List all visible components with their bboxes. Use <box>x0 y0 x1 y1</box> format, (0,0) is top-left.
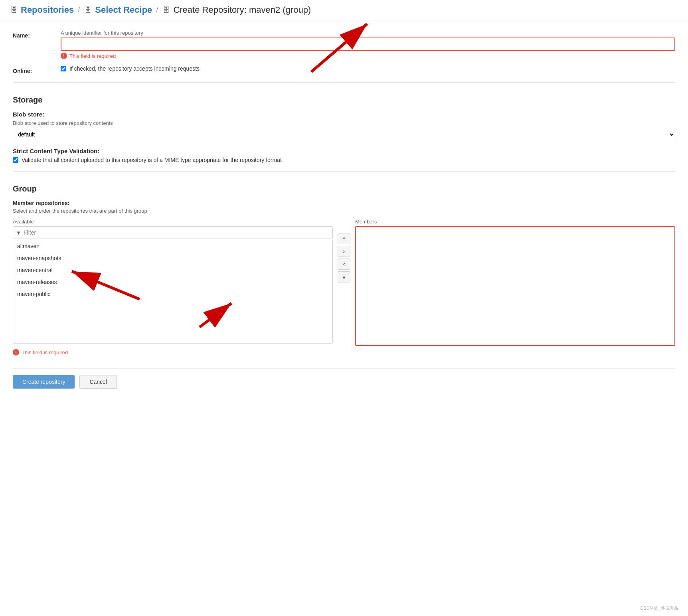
breadcrumb-sep2: / <box>156 6 158 14</box>
strict-checkbox-row: Validate that all content uploaded to th… <box>13 157 675 163</box>
online-hint: If checked, the repository accepts incom… <box>69 65 200 72</box>
filter-wrap: ▼ <box>13 226 333 239</box>
group-heading: Group <box>13 181 675 193</box>
breadcrumb-recipe-link[interactable]: Select Recipe <box>95 5 152 15</box>
list-item[interactable]: maven-public <box>13 288 332 300</box>
name-error-icon: ! <box>61 53 67 59</box>
group-section: Member repositories: Select and order th… <box>13 200 675 355</box>
divider-2 <box>13 171 675 172</box>
members-list[interactable] <box>355 226 675 346</box>
name-row: Name: A unique identifier for this repos… <box>13 30 675 59</box>
move-buttons: ^ > < v <box>338 219 350 282</box>
repos-members-col: Members <box>355 219 675 346</box>
breadcrumb-bar: 🗄 Repositories / 🗄 Select Recipe / 🗄 Cre… <box>0 0 688 20</box>
member-repos-label: Member repositories: <box>13 200 675 206</box>
members-error-text: This field is required <box>22 349 68 355</box>
filter-icon: ▼ <box>16 230 21 236</box>
filter-input[interactable] <box>13 226 333 239</box>
available-list[interactable]: alimaven maven-snapshots maven-central m… <box>13 240 333 344</box>
online-field-wrap: If checked, the repository accepts incom… <box>61 65 675 72</box>
members-error-msg: ! This field is required <box>13 349 675 355</box>
storage-heading: Storage <box>13 92 675 105</box>
online-row: Online: If checked, the repository accep… <box>13 65 675 74</box>
blob-store-label: Blob store: <box>13 111 675 118</box>
bottom-bar: Create repository Cancel <box>13 368 675 389</box>
members-label: Members <box>355 219 675 225</box>
strict-label: Strict Content Type Validation: <box>13 148 675 154</box>
blob-store-select[interactable]: default <box>13 128 675 141</box>
name-input[interactable] <box>61 38 675 51</box>
blob-store-hint: Blob store used to store repository cont… <box>13 120 675 126</box>
recipe-icon: 🗄 <box>84 6 93 14</box>
name-error-text: This field is required <box>69 53 116 59</box>
member-repos-hint: Select and order the repositories that a… <box>13 208 675 214</box>
divider-1 <box>13 82 675 83</box>
move-up-button[interactable]: ^ <box>338 233 350 244</box>
list-item[interactable]: maven-releases <box>13 276 332 288</box>
online-checkbox[interactable] <box>61 66 66 71</box>
create-button[interactable]: Create repository <box>13 375 75 389</box>
cancel-button[interactable]: Cancel <box>79 375 117 389</box>
list-item[interactable]: maven-central <box>13 264 332 276</box>
name-label: Name: <box>13 30 61 39</box>
members-error-icon: ! <box>13 349 19 355</box>
repos-layout: Available ▼ alimaven maven-snapshots mav… <box>13 219 675 346</box>
move-right-button[interactable]: > <box>338 246 350 257</box>
breadcrumb-current: Create Repository: maven2 (group) <box>173 5 311 15</box>
repos-icon: 🗄 <box>10 6 18 14</box>
available-label: Available <box>13 219 333 225</box>
list-item[interactable]: alimaven <box>13 240 332 252</box>
watermark: CSDN @_多说无益 <box>640 605 678 611</box>
move-down-button[interactable]: v <box>338 271 350 282</box>
strict-checkbox[interactable] <box>13 157 18 163</box>
repos-available-col: Available ▼ alimaven maven-snapshots mav… <box>13 219 333 344</box>
name-error-msg: ! This field is required <box>61 53 675 59</box>
breadcrumb-repos-link[interactable]: Repositories <box>21 5 74 15</box>
online-label: Online: <box>13 65 61 74</box>
online-checkbox-row: If checked, the repository accepts incom… <box>61 65 675 72</box>
list-item[interactable]: maven-snapshots <box>13 252 332 264</box>
create-icon: 🗄 <box>162 6 171 14</box>
strict-hint: Validate that all content uploaded to th… <box>22 157 282 163</box>
name-field-wrap: A unique identifier for this repository … <box>61 30 675 59</box>
name-hint: A unique identifier for this repository <box>61 30 675 36</box>
breadcrumb-sep1: / <box>78 6 80 14</box>
move-left-button[interactable]: < <box>338 259 350 270</box>
